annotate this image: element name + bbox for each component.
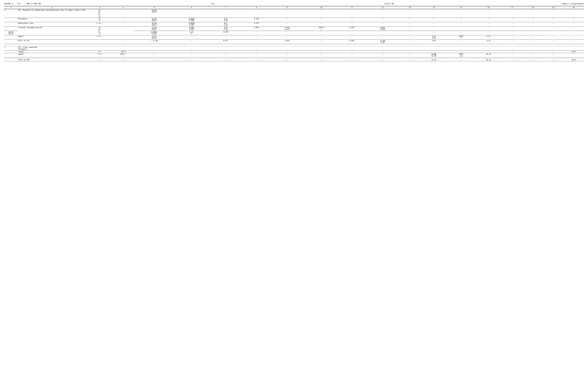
section-2-main: 2 НТУ. Покрытие из комплексных железобет… — [4, 9, 584, 18]
column-header-row: I 2 3 4 5 6 7 8 9 IO II I2 I3 I4 I5 I6 I… — [4, 6, 584, 9]
spacer-row-2 — [4, 57, 584, 59]
header: Альбом X Т.П. -902-2-401.86 - 14 - 21177… — [4, 3, 584, 5]
code-label: -902-2-401.86 — [25, 3, 41, 5]
material-row-2: Арматурная сталь то же — I2,842I6,0 0,03… — [4, 22, 584, 27]
album-label: Альбом X — [4, 3, 13, 5]
itogo-btu-row: Итого по БТУ — — — — — — — — — — — II,26… — [4, 59, 584, 61]
material-kirpich-row: кирпич м3 244,8 — — — — — — — — — — — — … — [4, 51, 584, 53]
form-label: Форма 4 (продолжение) — [562, 3, 584, 5]
material-cement-btu-row: цемент то же 244,8 - — — — — — — — — — 0… — [4, 53, 584, 57]
itogo-ntu-row: Итого по НТУ — — 0,703 — 0,977 0,04I — 0… — [4, 40, 584, 44]
material-row-1: Материалн: м3м2 — I2,842I6,0 0,0I830,235… — [4, 18, 584, 22]
type-label: Т.П. — [17, 3, 21, 5]
material-row-4-cement: Цемент то же — I2,842I6,0 — — — — — — — … — [4, 35, 584, 40]
doc-num: 21177-10 — [385, 3, 394, 5]
spacer-row — [4, 44, 584, 46]
page-num: - 14 - — [209, 3, 216, 5]
section-3-main: 3 БТУ. Стены кирпичныеМатериалн: — [4, 46, 584, 51]
material-row-3a: Стальные закладные детали м3м2На-сти-ла … — [4, 27, 584, 31]
